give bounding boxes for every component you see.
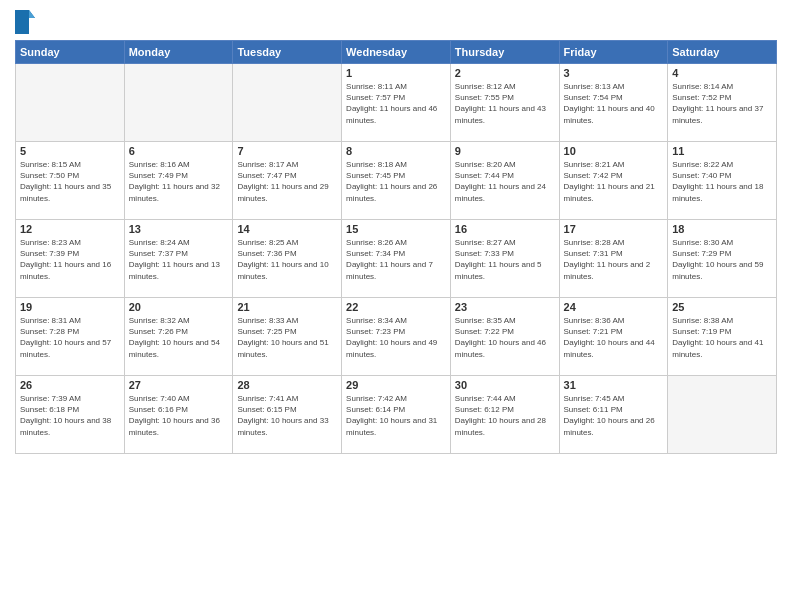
- calendar-cell: 3Sunrise: 8:13 AM Sunset: 7:54 PM Daylig…: [559, 64, 668, 142]
- calendar-cell: 31Sunrise: 7:45 AM Sunset: 6:11 PM Dayli…: [559, 376, 668, 454]
- day-number: 10: [564, 145, 664, 157]
- calendar-cell: 1Sunrise: 8:11 AM Sunset: 7:57 PM Daylig…: [342, 64, 451, 142]
- svg-marker-1: [29, 10, 35, 18]
- week-row-3: 12Sunrise: 8:23 AM Sunset: 7:39 PM Dayli…: [16, 220, 777, 298]
- day-info: Sunrise: 8:26 AM Sunset: 7:34 PM Dayligh…: [346, 237, 446, 282]
- calendar-cell: 29Sunrise: 7:42 AM Sunset: 6:14 PM Dayli…: [342, 376, 451, 454]
- day-info: Sunrise: 8:27 AM Sunset: 7:33 PM Dayligh…: [455, 237, 555, 282]
- day-info: Sunrise: 8:21 AM Sunset: 7:42 PM Dayligh…: [564, 159, 664, 204]
- day-number: 6: [129, 145, 229, 157]
- day-number: 9: [455, 145, 555, 157]
- calendar-cell: 8Sunrise: 8:18 AM Sunset: 7:45 PM Daylig…: [342, 142, 451, 220]
- day-info: Sunrise: 7:44 AM Sunset: 6:12 PM Dayligh…: [455, 393, 555, 438]
- day-number: 24: [564, 301, 664, 313]
- calendar-cell: 11Sunrise: 8:22 AM Sunset: 7:40 PM Dayli…: [668, 142, 777, 220]
- logo-icon: [15, 10, 35, 34]
- day-number: 30: [455, 379, 555, 391]
- day-info: Sunrise: 8:36 AM Sunset: 7:21 PM Dayligh…: [564, 315, 664, 360]
- day-number: 28: [237, 379, 337, 391]
- calendar-cell: 6Sunrise: 8:16 AM Sunset: 7:49 PM Daylig…: [124, 142, 233, 220]
- day-number: 31: [564, 379, 664, 391]
- calendar-cell: [16, 64, 125, 142]
- weekday-header-row: SundayMondayTuesdayWednesdayThursdayFrid…: [16, 41, 777, 64]
- calendar-cell: 4Sunrise: 8:14 AM Sunset: 7:52 PM Daylig…: [668, 64, 777, 142]
- weekday-friday: Friday: [559, 41, 668, 64]
- day-number: 18: [672, 223, 772, 235]
- day-info: Sunrise: 7:41 AM Sunset: 6:15 PM Dayligh…: [237, 393, 337, 438]
- day-number: 25: [672, 301, 772, 313]
- header: [15, 10, 777, 34]
- calendar-cell: 26Sunrise: 7:39 AM Sunset: 6:18 PM Dayli…: [16, 376, 125, 454]
- day-number: 17: [564, 223, 664, 235]
- day-info: Sunrise: 8:30 AM Sunset: 7:29 PM Dayligh…: [672, 237, 772, 282]
- day-number: 3: [564, 67, 664, 79]
- day-info: Sunrise: 8:24 AM Sunset: 7:37 PM Dayligh…: [129, 237, 229, 282]
- calendar-cell: 18Sunrise: 8:30 AM Sunset: 7:29 PM Dayli…: [668, 220, 777, 298]
- day-number: 8: [346, 145, 446, 157]
- calendar-cell: [124, 64, 233, 142]
- calendar-cell: 22Sunrise: 8:34 AM Sunset: 7:23 PM Dayli…: [342, 298, 451, 376]
- day-info: Sunrise: 8:25 AM Sunset: 7:36 PM Dayligh…: [237, 237, 337, 282]
- day-number: 15: [346, 223, 446, 235]
- calendar-cell: 13Sunrise: 8:24 AM Sunset: 7:37 PM Dayli…: [124, 220, 233, 298]
- svg-marker-0: [15, 10, 35, 34]
- day-number: 5: [20, 145, 120, 157]
- day-info: Sunrise: 8:31 AM Sunset: 7:28 PM Dayligh…: [20, 315, 120, 360]
- day-info: Sunrise: 8:13 AM Sunset: 7:54 PM Dayligh…: [564, 81, 664, 126]
- day-number: 20: [129, 301, 229, 313]
- day-number: 19: [20, 301, 120, 313]
- weekday-tuesday: Tuesday: [233, 41, 342, 64]
- calendar-cell: 25Sunrise: 8:38 AM Sunset: 7:19 PM Dayli…: [668, 298, 777, 376]
- day-number: 26: [20, 379, 120, 391]
- calendar-cell: 7Sunrise: 8:17 AM Sunset: 7:47 PM Daylig…: [233, 142, 342, 220]
- day-info: Sunrise: 8:18 AM Sunset: 7:45 PM Dayligh…: [346, 159, 446, 204]
- calendar-cell: 9Sunrise: 8:20 AM Sunset: 7:44 PM Daylig…: [450, 142, 559, 220]
- calendar-cell: 24Sunrise: 8:36 AM Sunset: 7:21 PM Dayli…: [559, 298, 668, 376]
- day-number: 14: [237, 223, 337, 235]
- day-info: Sunrise: 8:15 AM Sunset: 7:50 PM Dayligh…: [20, 159, 120, 204]
- calendar-cell: 12Sunrise: 8:23 AM Sunset: 7:39 PM Dayli…: [16, 220, 125, 298]
- calendar-cell: 10Sunrise: 8:21 AM Sunset: 7:42 PM Dayli…: [559, 142, 668, 220]
- day-info: Sunrise: 7:42 AM Sunset: 6:14 PM Dayligh…: [346, 393, 446, 438]
- day-number: 29: [346, 379, 446, 391]
- page: SundayMondayTuesdayWednesdayThursdayFrid…: [0, 0, 792, 612]
- day-info: Sunrise: 7:40 AM Sunset: 6:16 PM Dayligh…: [129, 393, 229, 438]
- calendar-cell: 30Sunrise: 7:44 AM Sunset: 6:12 PM Dayli…: [450, 376, 559, 454]
- day-info: Sunrise: 8:14 AM Sunset: 7:52 PM Dayligh…: [672, 81, 772, 126]
- calendar-cell: [233, 64, 342, 142]
- week-row-5: 26Sunrise: 7:39 AM Sunset: 6:18 PM Dayli…: [16, 376, 777, 454]
- weekday-saturday: Saturday: [668, 41, 777, 64]
- day-number: 4: [672, 67, 772, 79]
- weekday-wednesday: Wednesday: [342, 41, 451, 64]
- calendar-cell: 14Sunrise: 8:25 AM Sunset: 7:36 PM Dayli…: [233, 220, 342, 298]
- day-info: Sunrise: 8:23 AM Sunset: 7:39 PM Dayligh…: [20, 237, 120, 282]
- day-number: 2: [455, 67, 555, 79]
- day-info: Sunrise: 8:20 AM Sunset: 7:44 PM Dayligh…: [455, 159, 555, 204]
- day-info: Sunrise: 8:35 AM Sunset: 7:22 PM Dayligh…: [455, 315, 555, 360]
- day-number: 27: [129, 379, 229, 391]
- calendar-cell: 23Sunrise: 8:35 AM Sunset: 7:22 PM Dayli…: [450, 298, 559, 376]
- week-row-2: 5Sunrise: 8:15 AM Sunset: 7:50 PM Daylig…: [16, 142, 777, 220]
- weekday-sunday: Sunday: [16, 41, 125, 64]
- logo: [15, 10, 38, 34]
- day-info: Sunrise: 8:32 AM Sunset: 7:26 PM Dayligh…: [129, 315, 229, 360]
- day-number: 23: [455, 301, 555, 313]
- day-info: Sunrise: 7:39 AM Sunset: 6:18 PM Dayligh…: [20, 393, 120, 438]
- day-info: Sunrise: 8:34 AM Sunset: 7:23 PM Dayligh…: [346, 315, 446, 360]
- day-number: 21: [237, 301, 337, 313]
- day-number: 7: [237, 145, 337, 157]
- calendar-cell: 19Sunrise: 8:31 AM Sunset: 7:28 PM Dayli…: [16, 298, 125, 376]
- day-info: Sunrise: 8:17 AM Sunset: 7:47 PM Dayligh…: [237, 159, 337, 204]
- calendar-cell: 20Sunrise: 8:32 AM Sunset: 7:26 PM Dayli…: [124, 298, 233, 376]
- calendar-cell: 17Sunrise: 8:28 AM Sunset: 7:31 PM Dayli…: [559, 220, 668, 298]
- calendar-cell: 16Sunrise: 8:27 AM Sunset: 7:33 PM Dayli…: [450, 220, 559, 298]
- day-number: 12: [20, 223, 120, 235]
- calendar-cell: 27Sunrise: 7:40 AM Sunset: 6:16 PM Dayli…: [124, 376, 233, 454]
- day-number: 16: [455, 223, 555, 235]
- weekday-thursday: Thursday: [450, 41, 559, 64]
- day-info: Sunrise: 7:45 AM Sunset: 6:11 PM Dayligh…: [564, 393, 664, 438]
- day-number: 1: [346, 67, 446, 79]
- calendar-cell: 5Sunrise: 8:15 AM Sunset: 7:50 PM Daylig…: [16, 142, 125, 220]
- day-info: Sunrise: 8:22 AM Sunset: 7:40 PM Dayligh…: [672, 159, 772, 204]
- calendar-cell: 15Sunrise: 8:26 AM Sunset: 7:34 PM Dayli…: [342, 220, 451, 298]
